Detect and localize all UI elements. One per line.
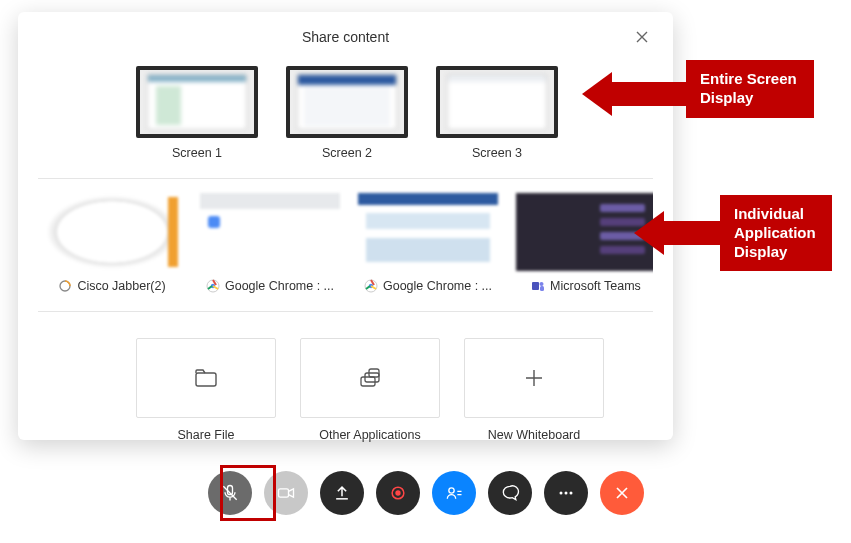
option-label: New Whiteboard: [488, 428, 580, 442]
share-file-button[interactable]: [136, 338, 276, 418]
arrow-shaft: [664, 221, 720, 245]
callout-text: Entire Screen Display: [700, 70, 797, 106]
apps-row: Cisco Jabber(2) Google Chrome : ...: [38, 193, 653, 293]
app-label: Google Chrome : ...: [206, 279, 334, 293]
annotation-highlight-share: [220, 465, 276, 521]
close-button[interactable]: [631, 26, 653, 48]
new-whiteboard-button[interactable]: [464, 338, 604, 418]
annotation-callout-apps: Individual Application Display: [720, 195, 832, 271]
svg-rect-8: [196, 373, 216, 386]
app-label: Microsoft Teams: [531, 279, 641, 293]
screen-preview: [286, 66, 408, 138]
screen-label: Screen 1: [172, 146, 222, 160]
chrome-icon: [364, 279, 378, 293]
svg-point-17: [559, 492, 562, 495]
options-row: Share File Other Applications New Whiteb…: [38, 338, 653, 442]
stack-icon: [357, 365, 383, 391]
option-label: Other Applications: [319, 428, 420, 442]
chat-icon: [500, 483, 520, 503]
screens-row: Screen 1 Screen 2 Screen 3: [38, 66, 653, 160]
svg-rect-13: [278, 489, 288, 497]
svg-point-18: [564, 492, 567, 495]
close-icon: [636, 31, 648, 43]
jabber-icon: [58, 279, 72, 293]
end-call-button[interactable]: [600, 471, 644, 515]
share-upload-icon: [332, 483, 352, 503]
app-label-text: Google Chrome : ...: [225, 279, 334, 293]
screen-thumb-2[interactable]: Screen 2: [286, 66, 408, 160]
teams-icon: [531, 279, 545, 293]
record-button[interactable]: [376, 471, 420, 515]
camera-icon: [276, 483, 296, 503]
app-thumb-jabber[interactable]: Cisco Jabber(2): [42, 193, 182, 293]
record-icon: [388, 483, 408, 503]
annotation-arrow: [582, 72, 686, 116]
plus-icon: [521, 365, 547, 391]
svg-point-16: [448, 488, 453, 493]
screen-thumb-3[interactable]: Screen 3: [436, 66, 558, 160]
svg-rect-5: [532, 282, 539, 290]
section-divider: [38, 178, 653, 179]
svg-rect-7: [540, 286, 544, 291]
app-label-text: Cisco Jabber(2): [77, 279, 165, 293]
arrow-head-icon: [582, 72, 612, 116]
more-options-button[interactable]: [544, 471, 588, 515]
folder-icon: [193, 365, 219, 391]
app-preview: [42, 193, 182, 271]
panel-header: Share content: [38, 22, 653, 52]
app-label-text: Google Chrome : ...: [383, 279, 492, 293]
other-applications-button[interactable]: [300, 338, 440, 418]
annotation-arrow: [634, 211, 720, 255]
app-label-text: Microsoft Teams: [550, 279, 641, 293]
screen-thumb-1[interactable]: Screen 1: [136, 66, 258, 160]
svg-point-6: [540, 282, 544, 286]
share-scroll-area: Screen 1 Screen 2 Screen 3: [38, 66, 653, 442]
panel-title: Share content: [302, 29, 389, 45]
option-label: Share File: [178, 428, 235, 442]
app-thumb-teams[interactable]: Microsoft Teams: [516, 193, 653, 293]
app-thumb-chrome-1[interactable]: Google Chrome : ...: [200, 193, 340, 293]
svg-point-15: [395, 490, 400, 495]
arrow-head-icon: [634, 211, 664, 255]
app-label: Google Chrome : ...: [364, 279, 492, 293]
app-label: Cisco Jabber(2): [58, 279, 165, 293]
participants-icon: [444, 483, 464, 503]
app-preview: [200, 193, 340, 271]
app-preview: [516, 193, 653, 271]
section-divider: [38, 311, 653, 312]
chrome-icon: [206, 279, 220, 293]
screen-preview: [436, 66, 558, 138]
participants-button[interactable]: [432, 471, 476, 515]
app-preview: [358, 193, 498, 271]
chat-button[interactable]: [488, 471, 532, 515]
screen-preview: [136, 66, 258, 138]
share-content-panel: Share content Screen 1 Screen 2: [18, 12, 673, 440]
svg-point-19: [569, 492, 572, 495]
screen-label: Screen 3: [472, 146, 522, 160]
callout-text: Individual Application Display: [734, 205, 816, 260]
annotation-callout-screens: Entire Screen Display: [686, 60, 814, 118]
screen-label: Screen 2: [322, 146, 372, 160]
app-thumb-chrome-2[interactable]: Google Chrome : ...: [358, 193, 498, 293]
arrow-shaft: [612, 82, 686, 106]
share-button[interactable]: [320, 471, 364, 515]
more-icon: [556, 483, 576, 503]
close-icon: [612, 483, 632, 503]
